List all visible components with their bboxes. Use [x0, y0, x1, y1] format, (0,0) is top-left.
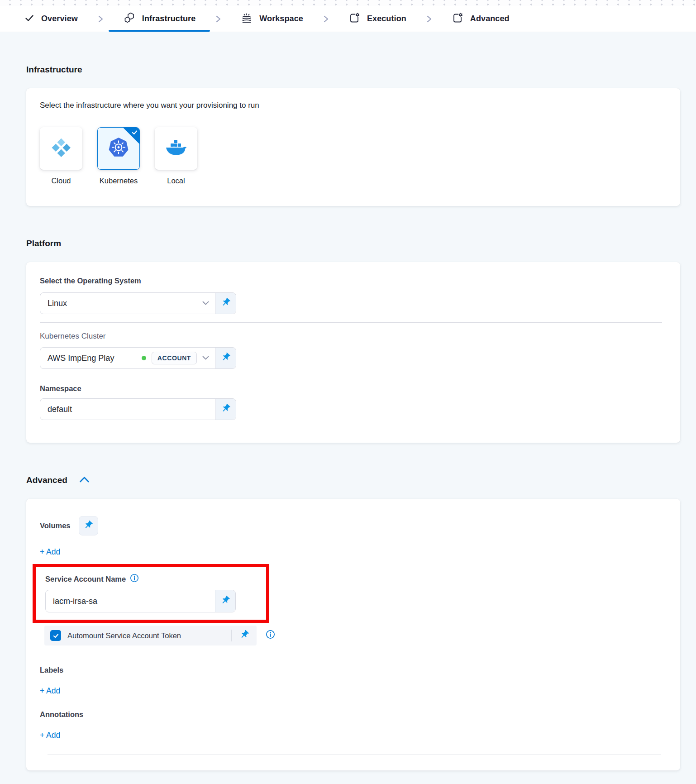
add-annotation-button[interactable]: + Add [40, 731, 60, 740]
chevron-right-icon [97, 14, 104, 24]
tab-label: Advanced [470, 14, 510, 24]
infrastructure-card: Select the infrastructure where you want… [26, 88, 680, 206]
infrastructure-options: Cloud [40, 127, 667, 185]
check-icon [24, 13, 34, 25]
os-select[interactable]: Linux [40, 292, 236, 314]
hexagons-icon [123, 12, 135, 26]
option-local: Local [155, 127, 197, 185]
volumes-label: Volumes [40, 521, 71, 530]
highlight-rectangle: Service Account Name [33, 564, 269, 623]
tile-label: Local [167, 177, 185, 185]
service-account-pin-button[interactable] [215, 590, 235, 612]
box-gear-icon [452, 12, 463, 26]
volumes-pin-button[interactable] [79, 516, 98, 535]
chevron-right-icon [425, 14, 433, 24]
tab-advanced[interactable]: Advanced [449, 6, 512, 32]
os-label: Select the Operating System [40, 277, 667, 285]
kubernetes-tile[interactable] [97, 127, 140, 170]
tile-label: Cloud [51, 177, 71, 185]
chevron-right-icon [322, 14, 329, 24]
option-kubernetes: Kubernetes [97, 127, 140, 185]
pin-icon [239, 630, 249, 641]
status-dot [142, 356, 146, 360]
docker-whale-icon [165, 138, 187, 159]
annotations-label: Annotations [40, 710, 667, 719]
os-pin-button[interactable] [215, 293, 236, 314]
canvas-dot-grid [0, 0, 696, 6]
chevron-up-icon [79, 476, 90, 485]
cloud-tile[interactable] [40, 127, 82, 170]
tab-workspace[interactable]: Workspace [238, 6, 306, 32]
cluster-label: Kubernetes Cluster [40, 332, 667, 341]
platform-card: Select the Operating System Linux Kubern… [26, 262, 680, 443]
chevron-right-icon [215, 14, 222, 24]
divider [231, 630, 232, 641]
automount-checkbox[interactable] [50, 630, 61, 641]
scope-badge: ACCOUNT [152, 352, 197, 364]
advanced-card: Volumes + Add Service Account Name [26, 499, 680, 770]
service-account-input[interactable] [53, 597, 209, 606]
service-account-field [45, 590, 236, 612]
cloud-diamonds-icon [51, 137, 72, 160]
add-label-button[interactable]: + Add [40, 686, 60, 696]
pin-icon [221, 352, 231, 364]
option-cloud: Cloud [40, 127, 82, 185]
pin-icon [221, 297, 231, 309]
section-title-infrastructure: Infrastructure [26, 65, 680, 75]
info-icon[interactable] [130, 574, 139, 584]
chevron-down-icon [202, 301, 209, 306]
infrastructure-prompt: Select the infrastructure where you want… [40, 101, 667, 110]
labels-label: Labels [40, 666, 667, 674]
namespace-label: Namespace [40, 384, 667, 393]
section-title-platform: Platform [26, 239, 680, 249]
chevron-down-icon [202, 356, 209, 360]
automount-label: Automount Service Account Token [67, 631, 181, 640]
section-title-advanced: Advanced [26, 475, 67, 485]
divider [40, 322, 662, 323]
tile-label: Kubernetes [100, 177, 138, 185]
cluster-pin-button[interactable] [215, 348, 236, 368]
automount-pin-button[interactable] [238, 630, 251, 641]
cluster-value: AWS ImpEng Play [48, 354, 114, 363]
namespace-input[interactable] [48, 405, 209, 414]
local-tile[interactable] [155, 127, 197, 170]
box-gear-icon [348, 12, 360, 26]
pin-icon [220, 595, 230, 607]
tab-label: Overview [41, 14, 78, 24]
cluster-select[interactable]: AWS ImpEng Play ACCOUNT [40, 347, 236, 369]
wizard-stepper: Overview Infrastructure Workspace [0, 6, 696, 32]
namespace-pin-button[interactable] [215, 399, 236, 420]
service-account-label: Service Account Name [45, 575, 126, 583]
tab-infrastructure[interactable]: Infrastructure [120, 6, 198, 32]
namespace-field [40, 398, 236, 420]
pin-icon [221, 403, 231, 415]
tab-execution[interactable]: Execution [346, 6, 409, 32]
automount-row: Automount Service Account Token [44, 626, 257, 645]
main-content: Infrastructure Select the infrastructure… [0, 65, 696, 770]
selected-check-icon [131, 129, 138, 138]
tab-overview[interactable]: Overview [22, 6, 81, 32]
info-icon[interactable] [266, 630, 275, 639]
add-volume-button[interactable]: + Add [40, 547, 60, 557]
os-value: Linux [48, 299, 67, 308]
divider [48, 755, 661, 755]
tab-label: Execution [367, 14, 406, 24]
collapse-advanced-button[interactable] [79, 476, 90, 485]
stack-icon [241, 12, 253, 26]
pin-icon [83, 520, 93, 532]
tab-label: Infrastructure [142, 14, 195, 24]
tab-label: Workspace [259, 14, 303, 24]
